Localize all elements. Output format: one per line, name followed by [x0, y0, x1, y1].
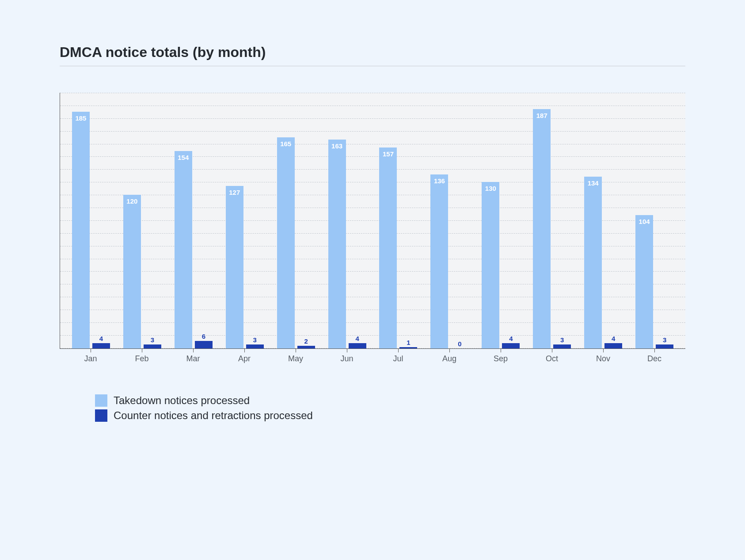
x-tick-label: May: [288, 354, 303, 363]
tick-mark-icon: [603, 349, 604, 352]
bar-group: 1854: [65, 112, 117, 349]
bar-value-label: 134: [588, 179, 599, 187]
bar-counter: 6: [195, 341, 213, 348]
legend-item-takedown: Takedown notices processed: [95, 394, 685, 407]
bar-value-label: 163: [331, 142, 342, 150]
tick-mark-icon: [552, 349, 552, 352]
bar-group: 1360: [424, 174, 475, 348]
bar-value-label: 165: [280, 140, 291, 148]
x-tick-label: Jun: [340, 354, 353, 363]
x-tick: Jan: [65, 353, 116, 363]
bar-counter: 4: [349, 343, 366, 348]
bar-takedown: 154: [175, 151, 192, 348]
bar-value-label: 130: [485, 185, 496, 192]
x-axis: JanFebMarAprMayJunJulAugSepOctNovDec: [60, 353, 685, 363]
bar-group: 1304: [475, 182, 526, 348]
bar-takedown: 185: [72, 112, 90, 349]
x-tick-label: Feb: [135, 354, 148, 363]
bar-value-label: 154: [178, 154, 189, 161]
bar-value-label: 0: [458, 340, 461, 348]
bar-takedown: 130: [482, 182, 499, 348]
bar-value-label: 127: [229, 189, 240, 196]
bar-value-label: 2: [304, 337, 308, 345]
bar-takedown: 187: [533, 109, 551, 348]
bar-value-label: 3: [663, 336, 666, 344]
tick-mark-icon: [501, 349, 501, 352]
legend-swatch-icon: [95, 394, 107, 407]
bar-counter: 3: [144, 344, 161, 348]
bar-value-label: 187: [536, 112, 547, 119]
legend-label: Takedown notices processed: [114, 394, 250, 407]
bar-value-label: 3: [560, 336, 564, 344]
x-tick-label: Sep: [494, 354, 508, 363]
bar-group: 1571: [373, 148, 424, 348]
bar-value-label: 120: [126, 197, 137, 205]
x-tick: Feb: [116, 353, 167, 363]
bar-group: 1652: [270, 137, 322, 349]
x-tick: Oct: [526, 353, 578, 363]
x-tick-label: Dec: [647, 354, 661, 363]
chart-title: DMCA notice totals (by month): [60, 44, 685, 66]
bar-group: 1043: [629, 215, 680, 348]
x-tick: Sep: [475, 353, 526, 363]
bar-counter: 2: [297, 346, 315, 348]
bar-value-label: 157: [383, 150, 394, 158]
x-tick: Jun: [321, 353, 372, 363]
bar-counter: 4: [604, 343, 622, 348]
x-tick-label: Jul: [393, 354, 403, 363]
tick-mark-icon: [654, 349, 655, 352]
x-tick-label: Oct: [546, 354, 558, 363]
tick-mark-icon: [142, 349, 142, 352]
tick-mark-icon: [347, 349, 347, 352]
bar-counter: 1: [399, 347, 417, 348]
x-tick: Mar: [167, 353, 219, 363]
bar-value-label: 3: [151, 336, 154, 344]
bar-takedown: 134: [584, 177, 602, 348]
legend-label: Counter notices and retractions processe…: [114, 409, 313, 422]
bar-counter: 3: [246, 344, 264, 348]
bar-counter: 4: [92, 343, 110, 348]
bar-value-label: 3: [253, 336, 257, 344]
bar-value-label: 1: [407, 339, 410, 346]
bar-counter: 3: [656, 344, 673, 348]
x-tick: Apr: [219, 353, 270, 363]
bar-takedown: 120: [123, 195, 141, 348]
x-tick-label: Mar: [186, 354, 200, 363]
x-tick-label: Nov: [596, 354, 610, 363]
tick-mark-icon: [91, 349, 91, 352]
x-tick: May: [270, 353, 321, 363]
tick-mark-icon: [296, 349, 296, 352]
bar-value-label: 104: [639, 218, 650, 225]
tick-mark-icon: [193, 349, 194, 352]
x-tick-label: Jan: [84, 354, 97, 363]
x-tick: Aug: [424, 353, 475, 363]
bar-group: 1634: [322, 140, 373, 348]
bar-takedown: 157: [379, 148, 397, 348]
bar-takedown: 165: [277, 137, 295, 349]
bar-value-label: 4: [99, 335, 103, 342]
legend: Takedown notices processed Counter notic…: [60, 394, 685, 422]
bar-takedown: 136: [430, 174, 448, 348]
bar-value-label: 6: [202, 333, 205, 340]
bar-takedown: 163: [328, 140, 346, 348]
bar-value-label: 185: [75, 114, 86, 122]
bars-row: 1854120315461273165216341571136013041873…: [60, 93, 685, 348]
bar-counter: 4: [502, 343, 520, 348]
legend-item-counter: Counter notices and retractions processe…: [95, 409, 685, 422]
tick-mark-icon: [244, 349, 245, 352]
bar-group: 1546: [168, 151, 219, 348]
x-tick: Jul: [372, 353, 424, 363]
bar-value-label: 4: [509, 335, 513, 342]
x-tick-label: Aug: [442, 354, 456, 363]
plot-area: 1854120315461273165216341571136013041873…: [60, 93, 685, 349]
chart-container: 1854120315461273165216341571136013041873…: [60, 93, 685, 363]
bar-group: 1873: [526, 109, 578, 348]
bar-group: 1344: [578, 177, 629, 348]
bar-takedown: 104: [635, 215, 653, 348]
tick-mark-icon: [398, 349, 399, 352]
tick-mark-icon: [449, 349, 450, 352]
x-tick-label: Apr: [238, 354, 251, 363]
bar-group: 1203: [117, 195, 168, 348]
bar-value-label: 4: [612, 335, 615, 342]
bar-value-label: 136: [434, 177, 445, 185]
